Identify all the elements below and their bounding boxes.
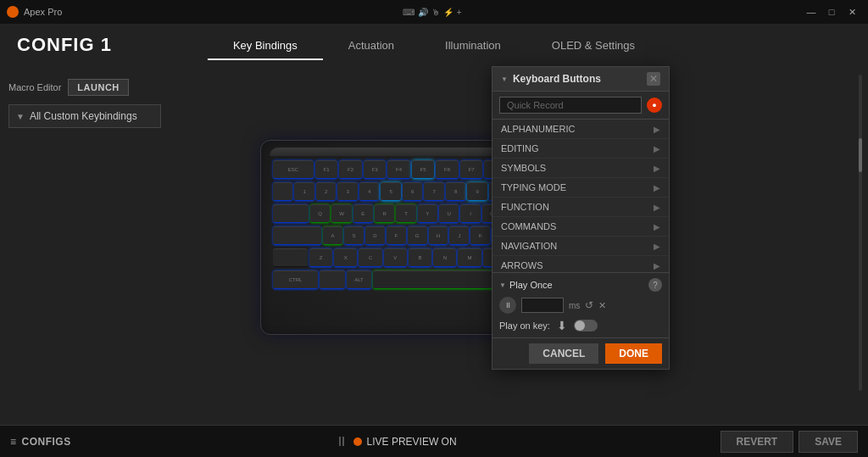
macro-editor-section: Macro Editor LAUNCH — [8, 79, 161, 96]
cancel-popup-button[interactable]: CANCEL — [529, 343, 598, 364]
popup-search-input[interactable] — [499, 97, 642, 114]
repeat-button[interactable]: ↺ — [585, 299, 593, 311]
key-c[interactable]: C — [359, 248, 381, 267]
popup-item-typing-mode[interactable]: TYPING MODE ▶ — [492, 178, 669, 198]
ms-label: ms — [569, 301, 580, 310]
key-alt[interactable]: ALT — [347, 270, 372, 289]
key-capslock[interactable] — [273, 226, 321, 245]
popup-item-symbols[interactable]: SYMBOLS ▶ — [492, 159, 669, 178]
tab-oled-settings[interactable]: OLED & Settings — [526, 32, 660, 60]
key-f6[interactable]: F6 — [436, 160, 459, 179]
popup-item-editing[interactable]: EDITING ▶ — [492, 139, 669, 159]
key-y[interactable]: Y — [418, 204, 437, 223]
chevron-icon: ▶ — [654, 203, 660, 212]
key-f[interactable]: F — [387, 226, 406, 245]
popup-item-commands[interactable]: COMMANDS ▶ — [492, 217, 669, 237]
play-cancel-button[interactable]: ✕ — [598, 300, 606, 311]
popup-item-alphanumeric[interactable]: ALPHANUMERIC ▶ — [492, 120, 669, 139]
key-f5[interactable]: F5 — [412, 160, 435, 179]
live-preview-toggle-left[interactable]: ⏸ — [335, 434, 348, 449]
keybindings-label: All Custom Keybindings — [30, 110, 137, 122]
popup-item-navigation[interactable]: NAVIGATION ▶ — [492, 237, 669, 256]
key-5[interactable]: 5 — [381, 182, 400, 201]
play-once-collapse-icon[interactable]: ▼ — [499, 281, 506, 289]
live-preview-label: LIVE PREVIEW ON — [367, 436, 457, 448]
title-bar: Apex Pro ⌨ 🔊 🖱 ⚡ + — □ ✕ — [0, 0, 868, 24]
key-b[interactable]: B — [409, 248, 431, 267]
done-button[interactable]: DONE — [605, 343, 662, 364]
key-u[interactable]: U — [439, 204, 459, 223]
popup-collapse-icon[interactable]: ▼ — [501, 75, 508, 83]
key-h[interactable]: H — [429, 226, 448, 245]
save-button[interactable]: SAVE — [798, 431, 858, 453]
popup-item-arrows[interactable]: ARROWS ▶ — [492, 256, 669, 272]
key-9[interactable]: 9 — [467, 182, 487, 201]
play-on-key-section: Play on key: ⬇ — [499, 319, 662, 332]
popup-item-function[interactable]: FUNCTION ▶ — [492, 198, 669, 217]
popup-search-record-button[interactable]: ● — [647, 98, 662, 113]
key-k[interactable]: K — [470, 226, 490, 245]
tab-actuation[interactable]: Actuation — [323, 32, 420, 60]
minimize-button[interactable]: — — [802, 3, 821, 21]
key-e[interactable]: E — [353, 204, 373, 223]
key-f1[interactable]: F1 — [315, 160, 338, 179]
key-win[interactable] — [320, 270, 345, 289]
key-z[interactable]: Z — [309, 248, 332, 267]
right-scrollbar[interactable] — [857, 75, 864, 391]
tray-icon-5: + — [457, 8, 462, 17]
tab-key-bindings[interactable]: Key Bindings — [208, 32, 323, 60]
key-f2[interactable]: F2 — [339, 160, 362, 179]
chevron-icon: ▶ — [654, 242, 660, 251]
key-3[interactable]: 3 — [337, 182, 357, 201]
key-d[interactable]: D — [365, 226, 385, 245]
tab-illumination[interactable]: Illumination — [420, 32, 526, 60]
launch-button[interactable]: LAUNCH — [68, 79, 128, 96]
key-6[interactable]: 6 — [403, 182, 422, 201]
key-lshift[interactable] — [273, 248, 308, 267]
maximize-button[interactable]: □ — [822, 3, 841, 21]
key-s[interactable]: S — [344, 226, 364, 245]
key-8[interactable]: 8 — [446, 182, 465, 201]
ms-input[interactable] — [521, 298, 564, 313]
key-r[interactable]: R — [375, 204, 394, 223]
key-f4[interactable]: F4 — [387, 160, 410, 179]
live-preview-section: ⏸ LIVE PREVIEW ON — [335, 434, 457, 449]
pause-button[interactable]: ⏸ — [499, 297, 516, 314]
key-1[interactable]: 1 — [294, 182, 314, 201]
key-ctrl[interactable]: CTRL — [273, 270, 318, 289]
key-i[interactable]: I — [460, 204, 480, 223]
key-t[interactable]: T — [396, 204, 415, 223]
key-q[interactable]: Q — [310, 204, 330, 223]
download-icon: ⬇ — [557, 319, 567, 332]
key-esc[interactable]: ESC — [273, 160, 314, 179]
key-7[interactable]: 7 — [424, 182, 443, 201]
window-controls: — □ ✕ — [802, 3, 861, 21]
bottom-right-buttons: REVERT SAVE — [721, 431, 858, 453]
key-f3[interactable]: F3 — [364, 160, 387, 179]
key-tab[interactable] — [273, 204, 309, 223]
popup-header: ▼ Keyboard Buttons ✕ — [492, 67, 669, 92]
popup-close-button[interactable]: ✕ — [647, 72, 660, 86]
play-on-key-toggle[interactable] — [574, 320, 598, 332]
key-2[interactable]: 2 — [316, 182, 336, 201]
configs-button[interactable]: ≡ CONFIGS — [10, 436, 71, 448]
key-j[interactable]: J — [449, 226, 469, 245]
play-once-section: ▼ Play Once ? ⏸ ms ↺ ✕ Play on key: ⬇ — [492, 272, 669, 337]
close-button[interactable]: ✕ — [843, 3, 861, 21]
tray-icons: ⌨ 🔊 🖱 ⚡ + — [403, 8, 462, 17]
key-4[interactable]: 4 — [359, 182, 379, 201]
all-custom-keybindings-item[interactable]: ▼ All Custom Keybindings — [8, 104, 161, 128]
revert-button[interactable]: REVERT — [721, 431, 794, 453]
play-on-key-label: Play on key: — [499, 320, 550, 331]
key-m[interactable]: M — [458, 248, 481, 267]
key-x[interactable]: X — [334, 248, 357, 267]
key-w[interactable]: W — [331, 204, 351, 223]
key-n[interactable]: N — [433, 248, 456, 267]
help-button[interactable]: ? — [648, 278, 662, 292]
key-a[interactable]: A — [323, 226, 342, 245]
key-g[interactable]: G — [408, 226, 427, 245]
key-v[interactable]: V — [384, 248, 407, 267]
macro-editor-label: Macro Editor — [8, 82, 61, 92]
key-f7[interactable]: F7 — [460, 160, 483, 179]
key-tilde[interactable] — [273, 182, 292, 201]
